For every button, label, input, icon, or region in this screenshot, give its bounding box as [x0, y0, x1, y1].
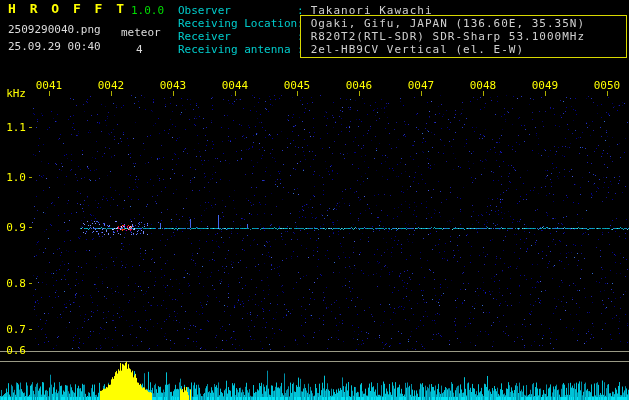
output-filename: 2509290040.png	[8, 24, 101, 36]
observation-mode: meteor	[121, 27, 161, 39]
time-tick-label: 0044	[220, 80, 250, 92]
info-highlight-box	[300, 15, 627, 58]
hrofft-screen: H R O F F T 1.0.0 2509290040.png meteor …	[0, 0, 629, 400]
app-title: H R O F F T	[8, 3, 127, 15]
info-label: Observer	[178, 5, 297, 17]
freq-tick-label: 1.0	[0, 172, 26, 184]
freq-tick-label: 0.7	[0, 324, 26, 336]
time-tick-label: 0050	[592, 80, 622, 92]
time-tick-label: 0042	[96, 80, 126, 92]
time-tick-label: 0049	[530, 80, 560, 92]
info-label: Receiving Location	[178, 18, 297, 30]
freq-unit-label: kHz	[0, 88, 26, 100]
time-tick-label: 0047	[406, 80, 436, 92]
freq-tick-label: 0.8	[0, 278, 26, 290]
info-label: Receiver	[178, 31, 297, 43]
time-tick-label: 0045	[282, 80, 312, 92]
app-version: 1.0.0	[131, 5, 164, 17]
freq-tick-label: 1.1	[0, 122, 26, 134]
observation-timestamp: 25.09.29 00:40	[8, 41, 101, 53]
time-tick-label: 0048	[468, 80, 498, 92]
time-tick-label: 0041	[34, 80, 64, 92]
spectrogram-canvas	[0, 0, 629, 400]
echo-count: 4	[136, 44, 143, 56]
freq-tick-label: 0.9	[0, 222, 26, 234]
time-tick-label: 0043	[158, 80, 188, 92]
info-label: Receiving antenna	[178, 44, 297, 56]
freq-tick-label: 0.6	[0, 345, 26, 357]
time-tick-label: 0046	[344, 80, 374, 92]
